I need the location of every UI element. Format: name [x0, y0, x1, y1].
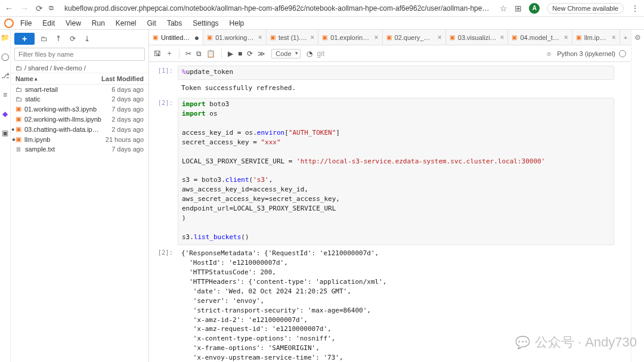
- folder-icon: 🗀: [16, 64, 22, 72]
- file-name: 03.chatting-with-data.ipynb: [24, 126, 102, 133]
- close-icon[interactable]: ×: [564, 33, 568, 42]
- clock-icon[interactable]: ◔: [306, 49, 312, 58]
- menubar: File Edit View Run Kernel Git Tabs Setti…: [0, 17, 644, 30]
- file-row[interactable]: 🗎sample.txt7 days ago: [11, 144, 148, 154]
- running-tab-icon[interactable]: ◯: [1, 52, 10, 61]
- menu-edit[interactable]: Edit: [38, 18, 60, 29]
- add-cell-icon[interactable]: ＋: [166, 48, 173, 58]
- celltype-select[interactable]: Code: [271, 49, 300, 58]
- kernel-name[interactable]: Python 3 (ipykernel): [557, 50, 615, 57]
- new-chrome-button[interactable]: New Chrome available: [547, 3, 624, 14]
- menu-run[interactable]: Run: [87, 18, 110, 29]
- dirty-indicator-icon: ●: [194, 33, 199, 42]
- new-folder-icon[interactable]: 🗀: [39, 35, 49, 43]
- refresh-icon[interactable]: ⟳: [68, 35, 78, 43]
- code-cell[interactable]: [2]: import boto3 import os access_key_i…: [149, 97, 631, 246]
- paste-icon[interactable]: 📋: [206, 49, 215, 58]
- extension-tab-icon[interactable]: ◆: [1, 110, 10, 118]
- sort-icon[interactable]: ▴: [35, 76, 38, 82]
- back-icon[interactable]: ←: [5, 4, 13, 13]
- tab[interactable]: ▣llm.ipynb×: [572, 30, 620, 45]
- output-cell: [2]: {'ResponseMetadata': {'RequestId': …: [149, 246, 631, 362]
- menu-kernel[interactable]: Kernel: [111, 18, 141, 29]
- cut-icon[interactable]: ✂: [185, 49, 191, 58]
- upload-icon[interactable]: ⤒: [54, 35, 63, 43]
- tab[interactable]: ▣Untitled.ipynb●: [149, 30, 203, 45]
- notebook-toolbar: 🖫 ＋ ✂ ⧉ 📋 ▶ ■ ⟳ ≫ Code ◔ git ⌾: [149, 45, 631, 62]
- close-icon[interactable]: ×: [438, 33, 442, 42]
- header-name[interactable]: Name: [16, 75, 33, 82]
- tab-label: 01.working-with-s: [215, 34, 255, 41]
- file-row[interactable]: ●▣03.chatting-with-data.ipynb2 days ago: [11, 124, 148, 134]
- notebook-icon: ▣: [322, 34, 327, 41]
- close-icon[interactable]: ×: [310, 33, 314, 42]
- file-row[interactable]: ▣02.working-with-llms.ipynb2 days ago: [11, 114, 148, 124]
- file-modified: 2 days ago: [112, 126, 144, 133]
- file-row[interactable]: 🗀static2 days ago: [11, 94, 148, 104]
- tab[interactable]: ▣03.visualizing_da×: [446, 30, 509, 45]
- file-name: smart-retail: [25, 86, 58, 93]
- extension2-tab-icon[interactable]: ▣: [1, 129, 10, 137]
- file-row[interactable]: ★▣llm.ipynb21 hours ago: [11, 134, 148, 144]
- restart-icon[interactable]: ⟳: [247, 49, 253, 58]
- file-name: llm.ipynb: [24, 136, 50, 143]
- tab[interactable]: ▣01.working-with-s×: [203, 30, 267, 45]
- menu-settings[interactable]: Settings: [188, 18, 223, 29]
- trusted-icon[interactable]: ⌾: [547, 49, 551, 58]
- extensions-icon[interactable]: ⊞: [515, 4, 522, 13]
- right-sidebar: ⚙: [631, 30, 644, 362]
- file-row[interactable]: 🗀smart-retail6 days ago: [11, 85, 148, 94]
- toc-tab-icon[interactable]: ≡: [1, 91, 10, 99]
- browser-menu-icon[interactable]: ⋮: [631, 4, 639, 13]
- git-tab-icon[interactable]: ⎇: [1, 72, 10, 80]
- new-tab-button[interactable]: +: [620, 30, 631, 45]
- file-row[interactable]: ▣01.working-with-s3.ipynb7 days ago: [11, 104, 148, 114]
- close-icon[interactable]: ×: [374, 33, 379, 42]
- menu-file[interactable]: File: [16, 18, 36, 29]
- notebook-body[interactable]: [1]: %update_token Token successfully re…: [149, 62, 631, 362]
- code-cell[interactable]: [1]: %update_token: [149, 64, 631, 81]
- tab[interactable]: ▣01.exploring_data×: [318, 30, 382, 45]
- file-modified: 2 days ago: [112, 116, 144, 123]
- folder-icon: 🗀: [16, 95, 22, 103]
- copy-icon[interactable]: ⧉: [196, 49, 202, 58]
- git-icon[interactable]: git: [317, 49, 325, 58]
- notebook-icon: ▣: [16, 135, 21, 143]
- tab-label: llm.ipynb: [584, 34, 609, 41]
- file-modified: 7 days ago: [112, 106, 144, 113]
- tab[interactable]: ▣test (1).ipynb×: [267, 30, 318, 45]
- property-inspector-icon[interactable]: ⚙: [634, 33, 641, 42]
- profile-avatar[interactable]: A: [529, 3, 540, 14]
- cell-prompt: [1]:: [149, 66, 178, 80]
- new-launcher-button[interactable]: +: [14, 33, 35, 45]
- close-icon[interactable]: ×: [612, 33, 616, 42]
- address-bar[interactable]: kubeflow.prod.discover.phpepcai.com/note…: [62, 4, 494, 13]
- breadcrumb[interactable]: 🗀 / shared / live-demo /: [11, 63, 148, 73]
- menu-tabs[interactable]: Tabs: [162, 18, 187, 29]
- restart-run-icon[interactable]: ≫: [258, 49, 265, 58]
- close-icon[interactable]: ×: [258, 33, 262, 42]
- notebook-icon: ▣: [576, 34, 581, 41]
- filter-input[interactable]: [14, 48, 145, 61]
- notebook-icon: ▣: [386, 34, 392, 41]
- close-icon[interactable]: ×: [500, 33, 504, 42]
- filebrowser-tab-icon[interactable]: 📁: [1, 33, 10, 42]
- reload-icon[interactable]: ⟳: [36, 4, 43, 13]
- file-name: sample.txt: [25, 146, 55, 153]
- tab[interactable]: ▣04.model_training×: [508, 30, 572, 45]
- run-icon[interactable]: ▶: [228, 49, 233, 58]
- forward-icon[interactable]: →: [20, 4, 29, 13]
- menu-git[interactable]: Git: [143, 18, 161, 29]
- menu-view[interactable]: View: [61, 18, 86, 29]
- tab[interactable]: ▣02.query_with_ez×: [383, 30, 446, 45]
- bookmark-icon[interactable]: ☆: [500, 4, 507, 13]
- git-pull-icon[interactable]: ⤓: [82, 35, 92, 43]
- site-info-icon[interactable]: ⧉: [49, 4, 54, 12]
- stop-icon[interactable]: ■: [238, 49, 242, 58]
- save-icon[interactable]: 🖫: [154, 49, 161, 58]
- kernel-status-icon[interactable]: [619, 50, 626, 57]
- folder-icon: 🗀: [16, 86, 22, 93]
- menu-help[interactable]: Help: [225, 18, 249, 29]
- header-modified[interactable]: Last Modified: [101, 75, 144, 82]
- file-name: static: [25, 95, 41, 103]
